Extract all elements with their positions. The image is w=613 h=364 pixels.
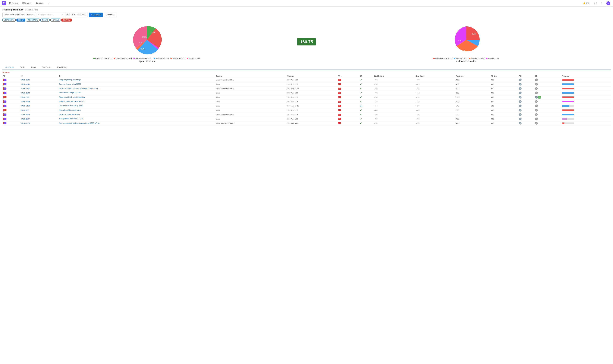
everything-button[interactable]: Everything: [104, 13, 116, 17]
cell-id[interactable]: TASK-1944: [20, 91, 58, 95]
tab-bugs[interactable]: Bugs: [28, 65, 39, 70]
col-tp: TP: [2, 74, 20, 78]
cell-tp: 🐛: [2, 108, 20, 112]
table-row: TASK-1945 Dev morning sync April 2023 Ze…: [2, 82, 611, 86]
cell-title[interactable]: Work on demo test cases for ITB: [58, 99, 215, 104]
right-chart-estimated: Estimated: 21.00 hrs: [456, 60, 476, 63]
help[interactable]: ?: [600, 2, 603, 4]
date-range[interactable]: 2023-04-01 - 2023-05-31: [65, 13, 88, 17]
cell-title[interactable]: Manual machine deployment: [58, 108, 215, 112]
cell-id[interactable]: BUG-1211: [20, 108, 58, 112]
col-id: ID: [20, 74, 58, 78]
nav-right: 🔔 260 ✳ 0 ? M: [582, 1, 611, 5]
tab-combined[interactable]: Combined: [2, 65, 17, 70]
cell-st: ✔: [359, 86, 373, 91]
milestone-dropdown-arrow[interactable]: ▾: [62, 14, 63, 16]
svg-point-9: [36, 2, 37, 4]
cell-tspent: 1.00: [455, 108, 490, 112]
cell-cr: A: [534, 117, 561, 121]
cell-id[interactable]: TASK-2140: [20, 86, 58, 91]
page-title: Worklog Summary Search & Filter: [2, 8, 611, 11]
nav-admin[interactable]: Admin: [35, 2, 45, 4]
nav-plus[interactable]: +: [47, 2, 50, 4]
user-avatar[interactable]: M: [606, 1, 611, 5]
cell-as: M: [518, 91, 534, 95]
cell-id[interactable]: TASK-1942: [20, 112, 58, 117]
col-tspent[interactable]: T-spent ↑↓: [455, 74, 490, 78]
cell-id[interactable]: BUG-1198: [20, 95, 58, 99]
col-end[interactable]: End Date ↑↓: [415, 74, 455, 78]
connections[interactable]: ✳ 0: [593, 2, 598, 4]
cell-progress: [561, 95, 611, 99]
col-tleft[interactable]: T-left ↑↓: [490, 74, 518, 78]
cell-milestone: 2023 May 1 - 15: [286, 104, 337, 108]
legend-dot-research: [171, 58, 172, 59]
cell-title[interactable]: Integrate graphql into django: [58, 78, 215, 82]
cell-tspent: 3.50: [455, 82, 490, 86]
search-button[interactable]: 🔍 SEARCH: [89, 13, 103, 17]
cell-title[interactable]: JIRA integration - integrate graphql api…: [58, 86, 215, 91]
left-chart: 42.7% 32.7% 14.2% 7.1% Client Support(4.…: [2, 23, 291, 63]
cell-st: ✔: [359, 117, 373, 121]
clear-user-btn[interactable]: ×: [32, 13, 33, 16]
table-row: 🐛 BUG-1198 Attachment Hash is not Changi…: [2, 95, 611, 99]
cell-title[interactable]: Management tasks Apr 3, 2023: [58, 117, 215, 121]
table-row: TASK-2139 Dev task distribution May 2023…: [2, 104, 611, 108]
col-pr[interactable]: PR ↑↓: [337, 74, 359, 78]
cell-milestone: 2023 May 1 - 15: [286, 86, 337, 91]
cell-title[interactable]: Sazid dev meetings Apr 2023: [58, 91, 215, 95]
cell-start: -69d: [373, 108, 415, 112]
items-count: 56 Items: [2, 71, 611, 73]
cell-id[interactable]: TASK-1939: [20, 121, 58, 126]
nav-project[interactable]: Project: [22, 2, 32, 4]
tomorrow-btn[interactable]: TOMORROW: [26, 19, 40, 22]
tab-test-cases[interactable]: Test Cases: [39, 65, 54, 70]
charts-section: 42.7% 32.7% 14.2% 7.1% Client Support(4.…: [2, 23, 611, 63]
col-start[interactable]: Start Date ↑↓: [373, 74, 415, 78]
cell-feature: Zeuz/Integrations/JIRA: [215, 112, 286, 117]
cell-cr: R✦: [534, 95, 561, 99]
cell-tleft: 0.00: [490, 95, 518, 99]
cell-tp: [2, 78, 20, 82]
cell-title[interactable]: Dev task distribution May 2023: [58, 104, 215, 108]
user-filter[interactable]: Mohammed Sazid Al Rashid - Admin × ▾: [2, 13, 36, 17]
svg-text:38.1%: 38.1%: [460, 50, 465, 51]
cell-tleft: 0.00: [490, 117, 518, 121]
table-row: TASK-1948 Work on demo test cases for IT…: [2, 99, 611, 104]
cell-id[interactable]: TASK-1948: [20, 99, 58, 104]
cell-tleft: 0.00: [490, 86, 518, 91]
svg-rect-7: [23, 3, 23, 4]
user-dropdown-arrow[interactable]: ▾: [34, 14, 34, 16]
custom-btn[interactable]: CUSTOM: [61, 19, 72, 22]
milestone-filter[interactable]: Search milestone... ▾: [37, 13, 64, 17]
nav-testing[interactable]: Testing: [8, 2, 19, 4]
tab-run-history[interactable]: Run History: [54, 65, 70, 70]
notifications[interactable]: 🔔 260: [582, 2, 590, 4]
cell-title[interactable]: Add "print output" optional parameter to…: [58, 121, 215, 126]
cell-progress: [561, 121, 611, 126]
cell-tspent: 1.00: [455, 112, 490, 117]
tab-tasks[interactable]: Tasks: [17, 65, 28, 70]
today-btn[interactable]: TODAY: [16, 19, 25, 22]
cell-id[interactable]: TASK-1945: [20, 82, 58, 86]
col-milestone: Milestone: [286, 74, 337, 78]
app-logo[interactable]: Z: [2, 1, 6, 5]
table-row: 🐛 BUG-1211 Manual machine deployment Zeu…: [2, 108, 611, 112]
7days-btn[interactable]: 7 DAYS: [40, 19, 49, 22]
svg-text:Z: Z: [3, 2, 5, 5]
cell-end: -51d: [415, 82, 455, 86]
cell-feature: Zeuz/Node/Actions/API: [215, 121, 286, 126]
cell-progress: [561, 117, 611, 121]
cell-id[interactable]: TASK-1947: [20, 117, 58, 121]
cell-st: ✔: [359, 121, 373, 126]
cell-id[interactable]: TASK-1943: [20, 78, 58, 82]
1year-btn[interactable]: +1 YEAR: [51, 19, 60, 22]
cell-title[interactable]: Attachment Hash is not Changing: [58, 95, 215, 99]
cell-title[interactable]: JIRA integration discussion: [58, 112, 215, 117]
cell-title[interactable]: Dev morning sync April 2023: [58, 82, 215, 86]
cell-id[interactable]: TASK-2139: [20, 104, 58, 108]
cell-milestone: 2023 Mar 16-31: [286, 121, 337, 126]
cell-start: -44d: [373, 104, 415, 108]
yesterday-btn[interactable]: YESTERDAY: [2, 19, 15, 22]
cell-start: -79d: [373, 121, 415, 126]
